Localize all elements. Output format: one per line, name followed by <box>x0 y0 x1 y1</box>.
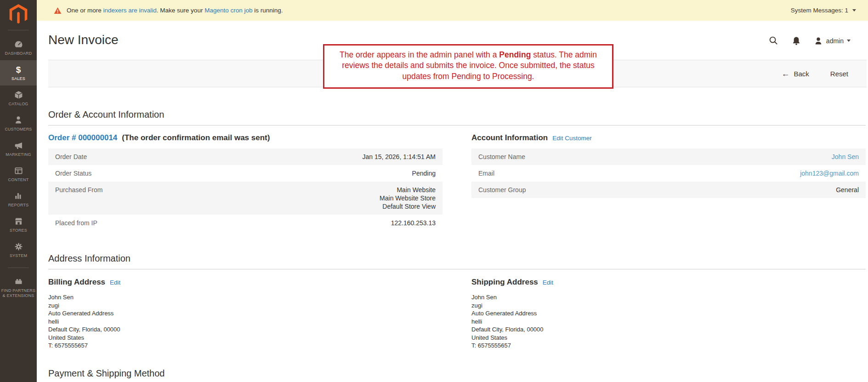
order-number-link[interactable]: Order # 000000014 <box>48 133 117 143</box>
sidebar-item-stores[interactable]: STORES <box>0 212 37 237</box>
content-icon <box>14 166 23 176</box>
system-icon <box>14 242 23 251</box>
edit-billing-address-link[interactable]: Edit <box>110 279 120 286</box>
marketing-icon <box>14 141 23 150</box>
table-row: Placed from IP 122.160.253.13 <box>48 215 443 231</box>
table-row: Order Date Jan 15, 2026, 1:14:51 AM <box>48 148 443 165</box>
extensions-icon <box>14 277 23 286</box>
system-notice-bar: One or more indexers are invalid. Make s… <box>37 0 868 21</box>
address-columns: Billing Address Edit John Sen zugi Auto … <box>48 269 866 350</box>
system-messages-toggle[interactable]: System Messages: 1 <box>791 7 856 14</box>
edit-shipping-address-link[interactable]: Edit <box>543 279 553 286</box>
row-label: Order Status <box>55 169 91 177</box>
order-info-table: Order Date Jan 15, 2026, 1:14:51 AM Orde… <box>48 148 443 231</box>
reset-button[interactable]: Reset <box>830 70 848 78</box>
page-title: New Invoice <box>48 32 119 48</box>
sidebar-item-label: CONTENT <box>8 177 29 182</box>
customers-icon <box>14 115 23 125</box>
sidebar-item-system[interactable]: SYSTEM <box>0 237 37 262</box>
row-value: Main Website Main Website Store Default … <box>380 186 436 211</box>
admin-account-menu[interactable]: admin <box>814 36 851 46</box>
customer-name-link[interactable]: John Sen <box>832 153 859 161</box>
customer-email-link[interactable]: john123@gmail.com <box>800 169 859 177</box>
notice-prefix: One or more <box>67 7 103 14</box>
page-body: Order & Account Information Order # 0000… <box>37 109 868 382</box>
dashboard-icon <box>14 40 23 49</box>
annotation-text-before: The order appears in the admin panel wit… <box>340 50 499 59</box>
sidebar-item-label: MARKETING <box>6 152 31 157</box>
account-information-title: Account Information <box>471 133 548 143</box>
admin-username: admin <box>826 37 844 45</box>
shipping-address-text: John Sen zugi Auto Generated Address hel… <box>471 293 866 350</box>
chevron-down-icon <box>847 40 851 42</box>
sidebar-item-label: CATALOG <box>8 102 28 107</box>
annotation-bold-pending: Pending <box>499 50 531 59</box>
admin-avatar-icon <box>814 36 823 46</box>
catalog-icon <box>14 90 23 100</box>
sidebar-item-sales[interactable]: $ SALES <box>0 60 37 86</box>
system-messages-label: System Messages: 1 <box>791 7 848 14</box>
row-label: Customer Name <box>478 153 525 161</box>
account-information-header: Account Information Edit Customer <box>471 133 866 143</box>
billing-address-title: Billing Address <box>48 278 105 287</box>
sidebar-item-dashboard[interactable]: DASHBOARD <box>0 35 37 60</box>
row-value: Jan 15, 2026, 1:14:51 AM <box>362 153 436 161</box>
shipping-address-title: Shipping Address <box>471 278 538 287</box>
row-value: General <box>836 186 859 194</box>
search-icon[interactable] <box>768 35 779 46</box>
notice-middle: . Make sure your <box>157 7 204 14</box>
order-account-columns: Order # 000000014 (The order confirmatio… <box>48 125 866 231</box>
table-row: Order Status Pending <box>48 165 443 182</box>
order-account-section-heading: Order & Account Information <box>48 109 866 125</box>
magento-logo[interactable] <box>9 4 28 25</box>
back-button[interactable]: ← Back <box>781 70 809 78</box>
sidebar-item-customers[interactable]: CUSTOMERS <box>0 111 37 136</box>
row-label: Purchased From <box>55 186 102 194</box>
sidebar-item-label: DASHBOARD <box>5 51 32 56</box>
shipping-address-column: Shipping Address Edit John Sen zugi Auto… <box>471 269 866 350</box>
sidebar-item-label: FIND PARTNERS & EXTENSIONS <box>1 288 35 298</box>
stores-icon <box>14 217 23 226</box>
back-button-label: Back <box>794 70 809 78</box>
row-label: Customer Group <box>478 186 526 194</box>
sidebar-item-label: SALES <box>11 76 25 81</box>
back-arrow-icon: ← <box>781 70 789 77</box>
billing-address-column: Billing Address Edit John Sen zugi Auto … <box>48 269 443 350</box>
order-title-row: Order # 000000014 (The order confirmatio… <box>48 133 443 143</box>
sidebar-item-find-partners[interactable]: FIND PARTNERS & EXTENSIONS <box>0 273 37 303</box>
table-row: Customer Group General <box>471 182 866 198</box>
row-label: Email <box>478 169 494 177</box>
address-section-heading: Address Information <box>48 253 866 269</box>
account-info-table: Customer Name John Sen Email john123@gma… <box>471 148 866 198</box>
table-row: Purchased From Main Website Main Website… <box>48 182 443 215</box>
chevron-down-icon <box>852 9 856 11</box>
row-value: 122.160.253.13 <box>391 219 436 227</box>
billing-address-text: John Sen zugi Auto Generated Address hel… <box>48 293 443 350</box>
order-confirmation-note: (The order confirmation email was sent) <box>122 133 270 143</box>
shipping-address-header: Shipping Address Edit <box>471 278 866 288</box>
sidebar-divider <box>8 30 29 30</box>
row-label: Order Date <box>55 153 87 161</box>
sidebar-item-catalog[interactable]: CATALOG <box>0 86 37 111</box>
notifications-bell-icon[interactable] <box>791 36 801 46</box>
sidebar-item-label: STORES <box>10 228 27 233</box>
notice-message: One or more indexers are invalid. Make s… <box>67 7 283 14</box>
account-information-column: Account Information Edit Customer Custom… <box>471 125 866 231</box>
sales-icon: $ <box>16 65 21 74</box>
order-status-value: Pending <box>412 169 436 177</box>
table-row: Email john123@gmail.com <box>471 165 866 182</box>
table-row: Customer Name John Sen <box>471 148 866 165</box>
payment-shipping-section-heading: Payment & Shipping Method <box>48 368 866 382</box>
sidebar-item-label: REPORTS <box>8 203 29 208</box>
magento-cron-job-link[interactable]: Magento cron job <box>204 7 252 14</box>
sidebar-item-content[interactable]: CONTENT <box>0 161 37 187</box>
edit-customer-link[interactable]: Edit Customer <box>552 135 592 142</box>
notice-suffix: is running. <box>252 7 283 14</box>
sidebar-item-label: CUSTOMERS <box>5 127 32 132</box>
billing-address-header: Billing Address Edit <box>48 278 443 288</box>
row-label: Placed from IP <box>55 219 97 227</box>
sidebar-item-marketing[interactable]: MARKETING <box>0 136 37 161</box>
reports-icon <box>14 191 23 201</box>
sidebar-item-reports[interactable]: REPORTS <box>0 187 37 212</box>
indexers-invalid-link[interactable]: indexers are invalid <box>103 7 157 14</box>
